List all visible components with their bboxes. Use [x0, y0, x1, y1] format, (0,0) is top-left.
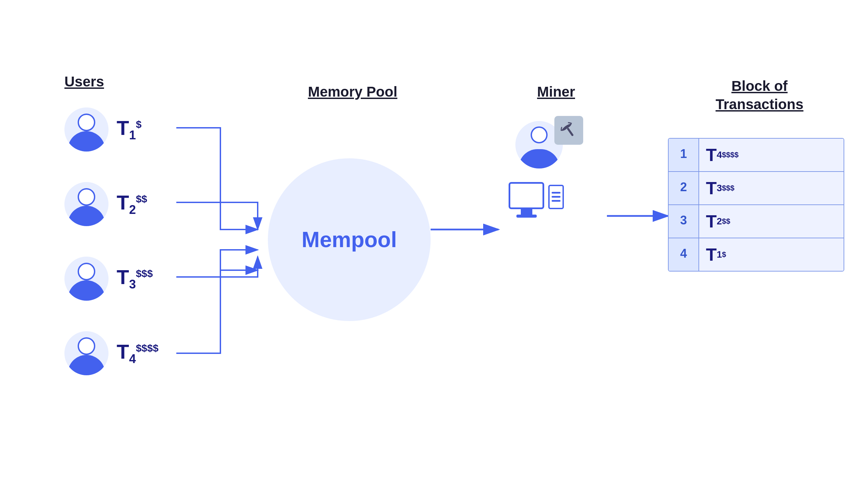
tx-label-3: T3$$$: [117, 265, 153, 292]
block-row-4: 4 T1$: [669, 238, 844, 271]
mempool-title: Memory Pool: [281, 84, 424, 100]
diagram-container: Users T1$ T2$$: [0, 0, 868, 479]
user-row-1: T1$: [64, 107, 141, 152]
block-tx-2: T3$$$: [699, 172, 844, 204]
tx-label-2: T2$$: [117, 191, 147, 217]
svg-rect-3: [567, 127, 574, 136]
miner-to-block-arrow: [607, 202, 675, 229]
block-num-2: 2: [669, 172, 699, 204]
avatar-2: [64, 182, 108, 226]
user-row-4: T4$$$$: [64, 331, 158, 375]
avatar-1: [64, 107, 108, 152]
monitor-icon: [509, 182, 544, 209]
block-table: 1 T4$$$$ 2 T3$$$ 3 T2$$ 4: [668, 138, 844, 272]
block-tx-3: T2$$: [699, 205, 844, 238]
block-row-2: 2 T3$$$: [669, 172, 844, 205]
pickaxe-icon: [554, 116, 583, 145]
users-title: Users: [64, 74, 104, 90]
avatar-4: [64, 331, 108, 375]
user-row-3: T3$$$: [64, 257, 153, 301]
miner-title: Miner: [509, 84, 604, 100]
miner-figure: [505, 121, 583, 209]
block-tx-1: T4$$$$: [699, 139, 844, 171]
block-num-4: 4: [669, 238, 699, 271]
block-row-3: 3 T2$$: [669, 205, 844, 238]
avatar-3: [64, 257, 108, 301]
block-tx-4: T1$: [699, 238, 844, 271]
user-row-2: T2$$: [64, 182, 147, 226]
mempool-circle: Mempool: [268, 158, 431, 321]
mempool-to-miner-arrow: [431, 216, 505, 243]
server-icon: [548, 185, 564, 209]
tx-label-4: T4$$$$: [117, 340, 158, 366]
tx-label-1: T1$: [117, 116, 141, 142]
miner-computer: [509, 182, 583, 209]
block-num-3: 3: [669, 205, 699, 238]
block-num-1: 1: [669, 139, 699, 171]
block-title: Block of Transactions: [675, 77, 844, 114]
block-row-1: 1 T4$$$$: [669, 139, 844, 172]
